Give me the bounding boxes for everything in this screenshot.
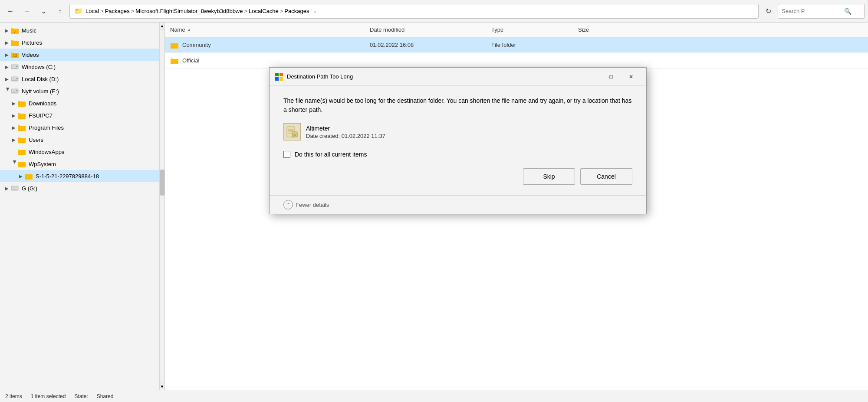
svg-rect-39 [275,73,279,76]
svg-rect-41 [275,77,279,81]
file-date-label: Date created: 01.02.2022 11:37 [306,133,385,139]
dialog-file-info: A Altimeter Date created: 01.02.2022 11:… [283,123,632,141]
dialog-titlebar: Destination Path Too Long — □ ✕ [270,68,646,86]
dialog-close-button[interactable]: ✕ [621,70,641,83]
skip-button[interactable]: Skip [523,168,575,185]
file-thumbnail: A [283,123,301,141]
dialog-body: The file name(s) would be too long for t… [270,86,646,195]
dialog-minimize-button[interactable]: — [581,70,601,83]
dialog-destination-path-too-long: Destination Path Too Long — □ ✕ The file… [269,67,647,214]
fewer-details-label: Fewer details [296,202,329,208]
dialog-message-text: The file name(s) would be too long for t… [283,96,632,114]
dialog-title: Destination Path Too Long [287,73,578,80]
file-name-label: Altimeter [306,125,385,132]
fewer-details-icon: ⌃ [283,200,293,209]
dialog-app-icon [275,72,283,81]
dialog-window-controls: — □ ✕ [581,70,641,83]
fewer-details-button[interactable]: ⌃ Fewer details [283,200,329,209]
do-all-items-label: Do this for all current items [295,151,367,158]
svg-rect-42 [279,77,283,81]
do-all-items-checkbox[interactable] [283,151,290,158]
dialog-checkbox-row: Do this for all current items [283,151,632,158]
svg-rect-40 [279,73,283,76]
cancel-button[interactable]: Cancel [580,168,632,185]
dialog-overlay: Destination Path Too Long — □ ✕ The file… [0,0,868,402]
dialog-maximize-button[interactable]: □ [601,70,621,83]
file-details: Altimeter Date created: 01.02.2022 11:37 [306,125,385,139]
dialog-buttons: Skip Cancel [283,168,632,185]
svg-text:A: A [293,133,296,137]
dialog-footer: ⌃ Fewer details [270,195,646,214]
